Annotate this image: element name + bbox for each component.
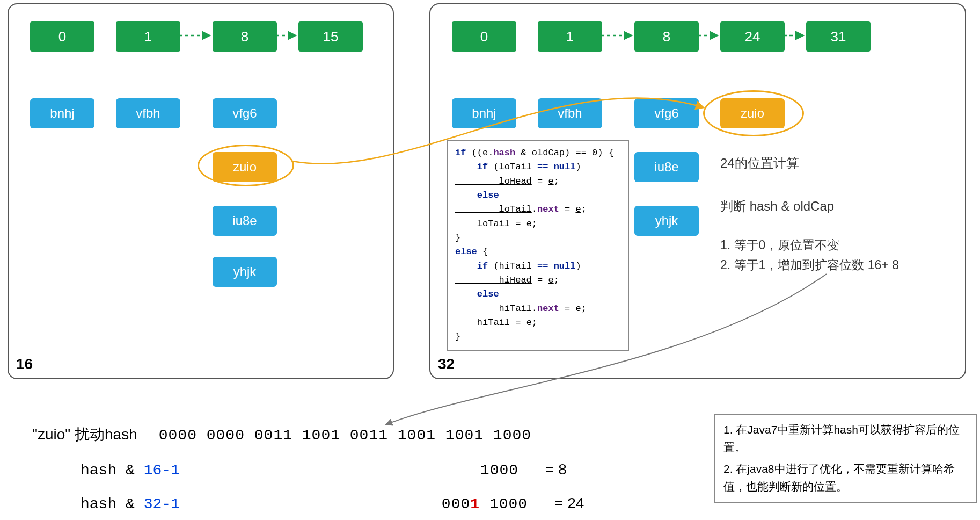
bucket-15: 15 — [298, 21, 363, 52]
node-yhjk: yhjk — [213, 257, 277, 287]
calc-label: "zuio" 扰动hash — [32, 424, 137, 445]
info-title: 24的位置计算 — [720, 155, 799, 172]
panel-label-32: 32 — [438, 356, 455, 373]
node-r-iu8e: iu8e — [634, 152, 699, 182]
bucket-0: 0 — [30, 21, 94, 52]
panel-32: 0 1 8 24 31 bnhj vfbh vfg6 iu8e yhjk zui… — [429, 3, 966, 379]
bucket-r31: 31 — [806, 21, 871, 52]
node-r-bnhj: bnhj — [452, 98, 516, 128]
info-sub: 判断 hash & oldCap — [720, 198, 834, 215]
node-iu8e: iu8e — [213, 206, 277, 236]
bucket-8: 8 — [213, 21, 277, 52]
calc-binary: 0000 0000 0011 1001 0011 1001 1001 1000 — [159, 427, 531, 444]
panel-label-16: 16 — [16, 356, 33, 373]
node-vfbh: vfbh — [116, 98, 180, 128]
node-r-yhjk: yhjk — [634, 206, 699, 236]
note-box: 1. 在Java7中重新计算hash可以获得扩容后的位置。 2. 在java8中… — [714, 414, 977, 503]
info-list: 1. 等于0，原位置不变 2. 等于1，增加到扩容位数 16+ 8 — [720, 235, 899, 275]
highlight-ring-right — [703, 90, 804, 136]
bucket-1: 1 — [116, 21, 180, 52]
panel-16: 0 1 8 15 bnhj vfbh vfg6 zuio iu8e yhjk 1… — [8, 3, 394, 379]
node-r-vfg6: vfg6 — [634, 98, 699, 128]
calc-block: "zuio" 扰动hash 0000 0000 0011 1001 0011 1… — [32, 424, 584, 512]
node-bnhj: bnhj — [30, 98, 94, 128]
bucket-r24: 24 — [720, 21, 785, 52]
bucket-r0: 0 — [452, 21, 516, 52]
node-vfg6: vfg6 — [213, 98, 277, 128]
code-snippet: if ((e.hash & oldCap) == 0) { if (loTail… — [447, 140, 629, 351]
highlight-ring-left — [198, 145, 294, 186]
node-r-vfbh: vfbh — [538, 98, 602, 128]
bucket-r1: 1 — [538, 21, 602, 52]
bucket-r8: 8 — [634, 21, 699, 52]
